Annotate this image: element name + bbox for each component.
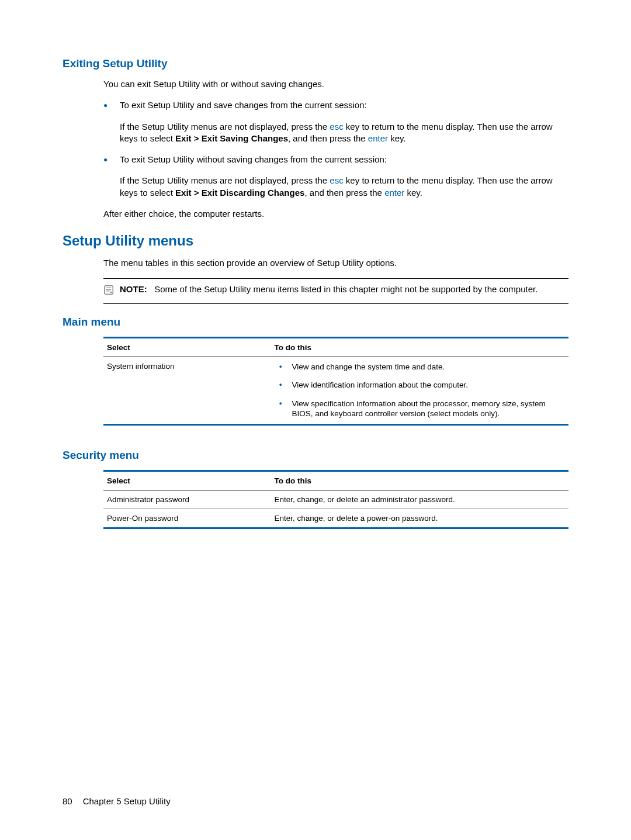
note-block: NOTE: Some of the Setup Utility menu ite…	[103, 278, 568, 303]
heading-setup-utility-menus: Setup Utility menus	[63, 233, 568, 249]
table-row: System information View and change the s…	[103, 357, 568, 424]
outro-paragraph: After either choice, the computer restar…	[103, 208, 568, 220]
col-select: Select	[103, 471, 271, 490]
cell-todo: Enter, change, or delete an administrato…	[271, 490, 568, 509]
bullet-item: ● To exit Setup Utility without saving c…	[103, 154, 568, 165]
cell-select: Administrator password	[103, 490, 271, 509]
cell-todo: Enter, change, or delete a power-on pass…	[271, 509, 568, 528]
table-header-row: Select To do this	[103, 471, 568, 490]
menu-path: Exit > Exit Saving Changes	[175, 133, 288, 143]
overview-paragraph: The menu tables in this section provide …	[103, 257, 568, 269]
enter-key: enter	[368, 133, 388, 143]
list-item: View specification information about the…	[275, 399, 565, 419]
table-row: Administrator password Enter, change, or…	[103, 490, 568, 509]
menu-path: Exit > Exit Discarding Changes	[175, 188, 304, 198]
bullet-detail: If the Setup Utility menus are not displ…	[120, 121, 568, 145]
list-item: View and change the system time and date…	[275, 362, 565, 372]
page-number: 80	[63, 796, 72, 806]
col-select: Select	[103, 337, 271, 357]
bullet-text: To exit Setup Utility without saving cha…	[120, 154, 568, 165]
note-text: NOTE: Some of the Setup Utility menu ite…	[120, 284, 568, 295]
bullet-detail: If the Setup Utility menus are not displ…	[120, 175, 568, 199]
col-todo: To do this	[271, 471, 568, 490]
page-footer: 80Chapter 5 Setup Utility	[63, 796, 171, 806]
heading-exiting-setup-utility: Exiting Setup Utility	[63, 57, 568, 70]
main-menu-table: Select To do this System information Vie…	[103, 337, 568, 426]
cell-todo: View and change the system time and date…	[271, 357, 568, 424]
chapter-label: Chapter 5 Setup Utility	[83, 796, 171, 806]
table-row: Power-On password Enter, change, or dele…	[103, 509, 568, 528]
note-icon	[103, 285, 115, 298]
enter-key: enter	[384, 188, 404, 198]
esc-key: esc	[330, 175, 343, 185]
list-item: View identification information about th…	[275, 380, 565, 390]
cell-select: Power-On password	[103, 509, 271, 528]
heading-security-menu: Security menu	[63, 449, 568, 462]
bullet-text: To exit Setup Utility and save changes f…	[120, 99, 568, 111]
col-todo: To do this	[271, 337, 568, 357]
intro-paragraph: You can exit Setup Utility with or witho…	[103, 78, 568, 90]
cell-select: System information	[103, 357, 271, 424]
heading-main-menu: Main menu	[63, 316, 568, 329]
bullet-icon: ●	[103, 99, 120, 111]
security-menu-table: Select To do this Administrator password…	[103, 470, 568, 529]
document-page: Exiting Setup Utility You can exit Setup…	[0, 0, 631, 840]
table-header-row: Select To do this	[103, 337, 568, 357]
esc-key: esc	[330, 122, 343, 132]
bullet-icon: ●	[103, 154, 120, 165]
bullet-item: ● To exit Setup Utility and save changes…	[103, 99, 568, 111]
